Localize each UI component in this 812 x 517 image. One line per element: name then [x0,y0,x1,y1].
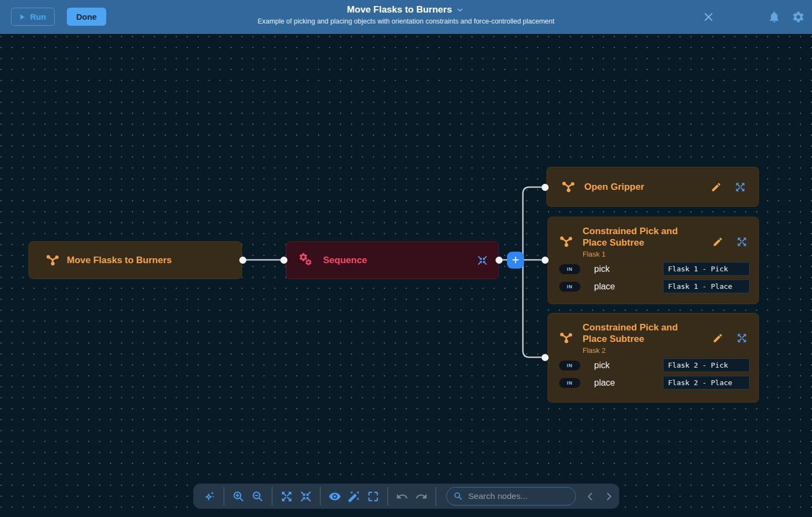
param-row-place: IN place Flask 2 - Place [559,376,750,390]
node-title: Constrained Pick and Place Subtree [583,225,691,248]
expand-all-button[interactable] [277,486,296,506]
collapse-all-button[interactable] [296,486,315,506]
connection-port[interactable] [496,257,503,264]
add-node-button[interactable]: + [507,252,524,269]
param-value-field[interactable]: Flask 1 - Place [663,280,750,293]
fit-view-button[interactable] [364,486,383,506]
auto-layout-button[interactable] [200,486,219,506]
subtree-icon [45,253,60,268]
crop-free-icon [367,490,379,503]
done-button-label: Done [76,12,97,21]
param-name: place [594,282,615,292]
run-button-label: Run [30,12,46,21]
in-badge: IN [559,361,580,370]
connection-port[interactable] [542,257,549,264]
pencil-icon [712,236,723,247]
param-row-pick: IN pick Flask 2 - Pick [559,358,750,372]
node-title: Sequence [323,255,367,266]
node-sequence[interactable]: Sequence [286,241,499,279]
collapse-icon [300,490,312,503]
param-row-place: IN place Flask 1 - Place [559,280,750,293]
expand-icon [735,182,746,193]
pencil-icon [712,333,723,344]
edit-node-button[interactable] [712,236,723,247]
param-value-field[interactable]: Flask 1 - Pick [663,262,750,276]
app: Run Done Move Flasks to Burners Example … [0,0,812,517]
zoom-in-button[interactable] [229,486,248,506]
next-result-button[interactable] [600,486,619,506]
expand-icon [736,236,747,247]
undo-button[interactable] [393,486,412,506]
node-move-flasks-root[interactable]: Move Flasks to Burners [28,241,242,279]
page-subtitle: Example of picking and placing objects w… [0,18,812,25]
param-name: pick [594,361,609,370]
node-title: Constrained Pick and Place Subtree [583,322,691,345]
pencil-icon [711,182,722,193]
node-subtitle: Flask 2 [583,346,691,355]
notifications-button[interactable] [768,10,781,24]
undo-icon [396,490,408,503]
toolbar-divider [223,487,224,506]
chevron-left-icon [584,490,596,503]
close-button[interactable] [702,10,715,24]
node-search [446,487,576,506]
param-name: place [594,378,615,388]
chevron-right-icon [603,490,615,503]
visibility-button[interactable] [325,486,344,506]
expand-node-button[interactable] [735,182,746,193]
toolbar-divider [320,487,321,506]
settings-button[interactable] [792,10,805,24]
connection-port[interactable] [280,257,287,264]
toolbar-divider [272,487,273,506]
expand-node-button[interactable] [736,333,747,344]
connection-port[interactable] [542,184,549,191]
auto-fix-button[interactable] [344,486,364,506]
gear-icon [792,10,805,24]
in-badge: IN [559,264,580,274]
param-row-pick: IN pick Flask 1 - Pick [559,262,750,276]
search-input[interactable] [468,491,569,501]
expand-icon [736,333,747,344]
toolbar-divider [387,487,388,506]
run-button[interactable]: Run [11,8,55,26]
redo-button[interactable] [412,486,431,506]
done-button[interactable]: Done [67,8,106,26]
search-icon [453,491,463,501]
zoom-in-icon [232,490,245,503]
subtree-icon [559,235,573,249]
param-value-field[interactable]: Flask 2 - Place [663,376,750,390]
subtree-icon [559,331,573,345]
node-title: Move Flasks to Burners [67,255,172,266]
zoom-out-button[interactable] [248,486,267,506]
connection-port[interactable] [542,354,549,361]
toolbar-divider [435,487,436,506]
prev-result-button[interactable] [580,486,600,506]
bell-icon [768,10,781,24]
param-value-field[interactable]: Flask 2 - Pick [663,358,750,372]
expand-icon [280,490,293,503]
in-badge: IN [559,378,580,388]
page-title: Move Flasks to Burners [347,4,452,15]
param-name: pick [594,264,609,274]
subtree-icon [561,180,575,194]
expand-node-button[interactable] [736,236,747,247]
node-open-gripper[interactable]: Open Gripper [546,167,759,207]
node-subtree-flask2[interactable]: Constrained Pick and Place Subtree Flask… [548,313,759,403]
header-bar: Run Done Move Flasks to Burners Example … [0,0,812,34]
redo-icon [415,490,428,503]
in-badge: IN [559,282,580,292]
zoom-out-icon [251,490,264,503]
edit-node-button[interactable] [711,182,722,193]
node-subtree-flask1[interactable]: Constrained Pick and Place Subtree Flask… [548,217,759,304]
collapse-icon [477,255,488,266]
edit-node-button[interactable] [712,333,723,344]
graph-canvas[interactable]: Move Flasks to Burners Sequence + Op [0,34,812,517]
canvas-toolbar [193,484,619,509]
collapse-node-button[interactable] [477,255,488,266]
chevron-down-icon[interactable] [455,5,465,15]
header-title-block: Move Flasks to Burners Example of pickin… [0,4,812,25]
node-subtitle: Flask 1 [583,250,691,258]
sparkle-icon [203,490,216,503]
connection-port[interactable] [239,257,246,264]
play-icon [18,13,26,21]
